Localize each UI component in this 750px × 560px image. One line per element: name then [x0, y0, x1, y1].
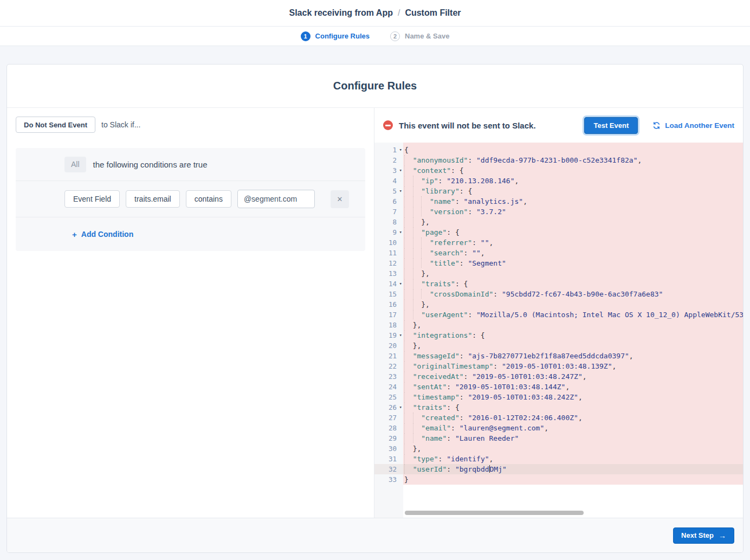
rules-panel: Do Not Send Event to Slack if... All the…: [7, 108, 374, 518]
code-line[interactable]: "traits": {: [403, 402, 743, 413]
code-line[interactable]: "context": {: [403, 165, 743, 176]
fold-arrow-icon[interactable]: ▾: [399, 402, 402, 413]
line-number: 2: [374, 155, 403, 165]
code-line[interactable]: "name": "Lauren Reeder": [403, 433, 743, 443]
fold-arrow-icon[interactable]: ▾: [399, 279, 402, 289]
code-line[interactable]: },: [403, 217, 743, 227]
code-line[interactable]: "email": "lauren@segment.com",: [403, 423, 743, 433]
code-line[interactable]: "userAgent": "Mozilla/5.0 (Macintosh; In…: [403, 310, 743, 320]
breadcrumb-separator: /: [398, 8, 400, 18]
line-number: 21: [374, 351, 403, 361]
code-line[interactable]: "receivedAt": "2019-05-10T01:03:48.247Z"…: [403, 371, 743, 382]
code-line[interactable]: "ip": "210.13.208.146",: [403, 176, 743, 186]
code-line[interactable]: },: [403, 443, 743, 454]
line-number: 33: [374, 474, 403, 485]
fold-arrow-icon[interactable]: ▾: [399, 165, 402, 176]
line-number: 27: [374, 413, 403, 423]
code-line[interactable]: "name": "analytics.js",: [403, 196, 743, 207]
code-line[interactable]: "referrer": "",: [403, 237, 743, 248]
condition-field-chip[interactable]: traits.email: [126, 190, 180, 208]
code-line[interactable]: "library": {: [403, 186, 743, 196]
horizontal-scrollbar[interactable]: [405, 511, 584, 515]
condition-value-input[interactable]: [237, 190, 315, 208]
code-lines: {"anonymousId": "ddf9ecda-977b-4231-b000…: [403, 143, 743, 485]
fold-arrow-icon[interactable]: ▾: [399, 145, 402, 155]
code-line[interactable]: "type": "identify",: [403, 454, 743, 464]
add-condition-row: + Add Condition: [16, 217, 365, 251]
remove-condition-button[interactable]: ✕: [331, 190, 349, 208]
line-number: 32: [374, 464, 403, 474]
match-row: All the following conditions are true: [16, 148, 365, 181]
step-2-label: Name & Save: [405, 32, 449, 40]
event-panel-header: This event will not be sent to Slack. Te…: [374, 108, 743, 143]
code-line[interactable]: }: [403, 474, 743, 485]
trigger-suffix-text: to Slack if...: [101, 120, 140, 129]
line-number: 5▾: [374, 186, 403, 196]
page-title: Configure Rules: [7, 65, 743, 108]
line-number: 12: [374, 258, 403, 268]
line-number: 22: [374, 361, 403, 371]
next-step-button[interactable]: Next Step →: [673, 527, 734, 544]
code-line[interactable]: },: [403, 268, 743, 279]
line-number: 24: [374, 382, 403, 392]
condition-type-chip[interactable]: Event Field: [64, 190, 120, 208]
code-line[interactable]: "originalTimestamp": "2019-05-10T01:03:4…: [403, 361, 743, 371]
line-number: 13: [374, 268, 403, 279]
code-line[interactable]: "search": "",: [403, 248, 743, 258]
trigger-row: Do Not Send Event to Slack if...: [16, 117, 365, 133]
code-line[interactable]: "anonymousId": "ddf9ecda-977b-4231-b000-…: [403, 155, 743, 165]
code-line[interactable]: "version": "3.7.2": [403, 207, 743, 217]
line-number: 7: [374, 207, 403, 217]
code-line[interactable]: },: [403, 320, 743, 330]
step-configure-rules[interactable]: 1 Configure Rules: [301, 31, 370, 41]
code-line[interactable]: "sentAt": "2019-05-10T01:03:48.144Z",: [403, 382, 743, 392]
match-mode-chip[interactable]: All: [64, 157, 86, 172]
code-line[interactable]: {: [403, 145, 743, 155]
code-line[interactable]: },: [403, 299, 743, 310]
fold-arrow-icon[interactable]: ▾: [399, 186, 402, 196]
code-line[interactable]: "messageId": "ajs-7b8270771eb2f1f8a87eed…: [403, 351, 743, 361]
load-another-event-link[interactable]: Load Another Event: [652, 121, 734, 130]
line-number: 6: [374, 196, 403, 207]
line-number: 31: [374, 454, 403, 464]
refresh-icon: [652, 121, 661, 130]
next-step-label: Next Step: [681, 531, 714, 539]
line-number: 14▾: [374, 279, 403, 289]
code-line[interactable]: },: [403, 340, 743, 351]
code-line[interactable]: "title": "Segment": [403, 258, 743, 268]
line-number: 10: [374, 237, 403, 248]
step-2-circle: 2: [390, 31, 400, 41]
line-number: 20: [374, 340, 403, 351]
load-another-event-label: Load Another Event: [665, 121, 734, 130]
fold-arrow-icon[interactable]: ▾: [399, 227, 402, 237]
action-select-button[interactable]: Do Not Send Event: [16, 117, 95, 133]
test-event-button[interactable]: Test Event: [584, 117, 638, 134]
configure-rules-card: Configure Rules Do Not Send Event to Sla…: [7, 64, 743, 553]
condition-operator-chip[interactable]: contains: [186, 190, 231, 208]
fold-arrow-icon[interactable]: ▾: [399, 330, 402, 340]
arrow-right-icon: →: [719, 531, 726, 540]
json-event-editor[interactable]: 1▾23▾45▾6789▾1011121314▾1516171819▾20212…: [374, 143, 743, 518]
line-number: 30: [374, 443, 403, 454]
breadcrumb: Slack receiving from App / Custom Filter: [0, 0, 750, 27]
add-condition-button[interactable]: + Add Condition: [72, 230, 133, 239]
line-number: 17: [374, 310, 403, 320]
step-name-save[interactable]: 2 Name & Save: [390, 31, 449, 41]
code-line[interactable]: "created": "2016-01-12T02:24:06.400Z",: [403, 413, 743, 423]
line-number: 29: [374, 433, 403, 443]
line-number: 4: [374, 176, 403, 186]
code-line[interactable]: "timestamp": "2019-05-10T01:03:48.242Z",: [403, 392, 743, 402]
breadcrumb-page: Custom Filter: [405, 8, 461, 18]
line-number: 9▾: [374, 227, 403, 237]
add-condition-label: Add Condition: [81, 230, 133, 239]
editor-code[interactable]: {"anonymousId": "ddf9ecda-977b-4231-b000…: [403, 143, 743, 518]
condition-group: All the following conditions are true Ev…: [16, 148, 365, 251]
step-1-label: Configure Rules: [315, 32, 370, 40]
code-line[interactable]: "integrations": {: [403, 330, 743, 340]
code-line[interactable]: "traits": {: [403, 279, 743, 289]
code-line[interactable]: "page": {: [403, 227, 743, 237]
code-line[interactable]: "userId": "bgrqbddDMj": [403, 464, 743, 474]
editor-gutter: 1▾23▾45▾6789▾1011121314▾1516171819▾20212…: [374, 143, 403, 518]
line-number: 26▾: [374, 402, 403, 413]
code-line[interactable]: "crossDomainId": "95cbdd72-fc67-4b43-b90…: [403, 289, 743, 299]
